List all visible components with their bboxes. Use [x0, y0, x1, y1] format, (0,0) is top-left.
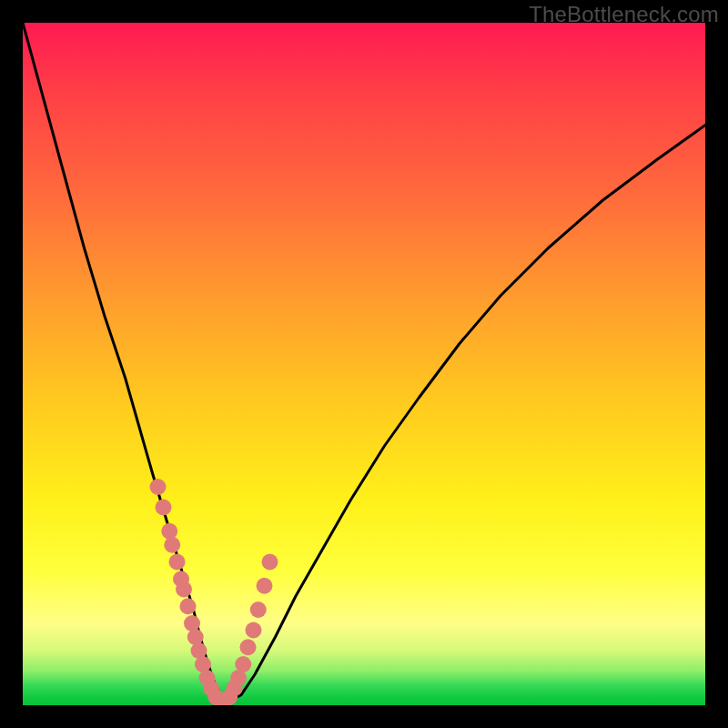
sample-point — [161, 523, 177, 540]
sample-point — [150, 479, 167, 495]
chart-svg — [23, 23, 705, 705]
sample-point — [169, 554, 186, 571]
points-layer — [150, 479, 278, 705]
sample-point — [164, 537, 180, 553]
sample-point — [250, 602, 267, 618]
sample-point — [156, 500, 172, 516]
sample-point — [240, 639, 257, 655]
sample-point — [180, 598, 197, 614]
chart-frame: TheBottleneck.com — [0, 0, 728, 728]
sample-point — [235, 656, 251, 672]
sample-point — [246, 622, 262, 639]
watermark-text: TheBottleneck.com — [529, 2, 719, 27]
plot-area — [23, 23, 705, 705]
sample-point — [184, 615, 200, 632]
bottleneck-curve — [23, 23, 705, 702]
curve-layer — [23, 23, 705, 702]
sample-point — [262, 554, 278, 571]
sample-point — [187, 629, 204, 645]
sample-point — [176, 581, 192, 598]
sample-point — [257, 578, 273, 594]
